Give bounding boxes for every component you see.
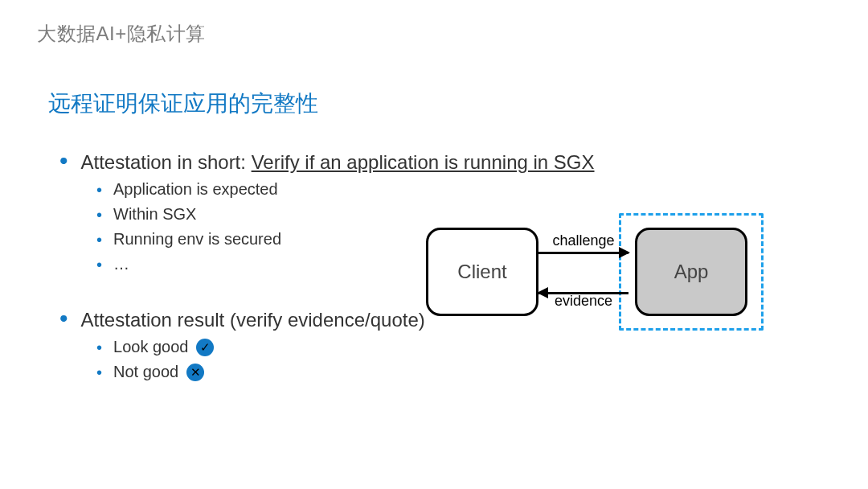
cross-icon: ✕ [186,364,204,381]
sub-item: • Application is expected [96,180,719,199]
sub-item: • Look good ✓ [96,338,719,356]
bullet-text: Attestation in short: Verify if an appli… [81,151,595,174]
sub-label: Running env is secured [113,230,281,249]
sub-dot: • [96,182,102,198]
sub-label: Within SGX [113,205,196,224]
sub-dot: • [96,339,102,355]
arrow-line [538,252,628,254]
bullet-lead: Attestation in short: [81,151,252,173]
attestation-diagram: Client App challenge evidence [418,213,764,334]
bullet-underlined: Verify if an application is running in S… [252,151,595,173]
app-box: App [635,228,747,316]
challenge-arrow: challenge [538,231,628,271]
bullet-dot: • [59,151,68,171]
sub-label: Look good [113,338,188,356]
sub-dot: • [96,364,102,380]
arrow-label: evidence [538,293,628,310]
slide-title: 远程证明保证应用的完整性 [48,88,318,119]
bullet-dot: • [59,309,68,328]
sub-label: Application is expected [113,180,278,199]
sub-label: … [113,255,129,273]
slide: 大数据AI+隐私计算 远程证明保证应用的完整性 • Attestation in… [0,0,868,489]
sub-label: Not good [113,363,178,381]
bullet-text: Attestation result (verify evidence/quot… [81,309,425,331]
arrow-label: challenge [538,232,628,249]
evidence-arrow: evidence [538,271,628,311]
breadcrumb: 大数据AI+隐私计算 [37,21,206,47]
sub-dot: • [96,207,102,223]
sub-dot: • [96,232,102,248]
arrow-group: challenge evidence [538,231,628,311]
sub-dot: • [96,257,102,273]
sub-item: • Not good ✕ [96,363,719,381]
check-icon: ✓ [196,339,214,356]
client-box: Client [426,228,538,316]
arrow-head-right-icon [619,247,630,258]
